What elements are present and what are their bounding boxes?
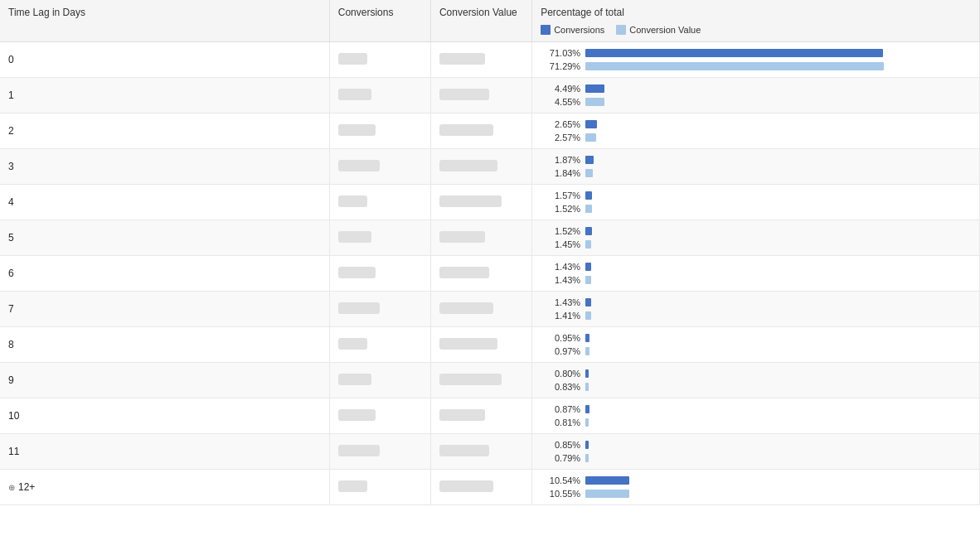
bar-convvalue bbox=[585, 454, 589, 462]
day-label: 11 bbox=[8, 446, 19, 457]
cell-timelag: 0 bbox=[0, 42, 329, 78]
pct-conv-label: 1.43% bbox=[541, 262, 580, 272]
pct-row-conversions: 4.49% bbox=[541, 83, 971, 94]
pct-conv-label: 1.57% bbox=[541, 191, 580, 200]
bar-convvalue bbox=[585, 205, 592, 213]
bar-convvalue bbox=[585, 276, 591, 284]
convvalue-value bbox=[439, 124, 493, 136]
pct-label-group: 0.80% 0.83% bbox=[541, 368, 971, 393]
convvalue-value bbox=[439, 338, 497, 350]
convvalue-value bbox=[439, 231, 485, 243]
cell-conversions bbox=[329, 220, 430, 256]
pct-val-label: 10.55% bbox=[541, 489, 580, 499]
pct-row-convvalue: 0.79% bbox=[541, 452, 971, 464]
cell-convvalue bbox=[430, 292, 531, 327]
pct-label-group: 2.65% 2.57% bbox=[541, 118, 971, 143]
pct-val-label: 1.52% bbox=[541, 204, 580, 214]
bar-conversions bbox=[585, 263, 591, 271]
table-body: 0 71.03% 71.29% bbox=[0, 42, 980, 505]
cell-percentage: 4.49% 4.55% bbox=[532, 78, 980, 113]
conversions-value bbox=[338, 338, 367, 350]
bar-convvalue bbox=[585, 490, 629, 498]
pct-label-group: 71.03% 71.29% bbox=[541, 47, 971, 72]
bar-track-convvalue bbox=[585, 62, 971, 70]
pct-val-label: 1.41% bbox=[541, 311, 580, 321]
pct-row-conversions: 1.87% bbox=[541, 154, 971, 166]
pct-conv-label: 10.54% bbox=[541, 475, 580, 485]
header-convvalue: Conversion Value bbox=[430, 0, 531, 42]
cell-conversions bbox=[329, 363, 430, 398]
cell-timelag: 6 bbox=[0, 256, 329, 292]
cell-conversions bbox=[329, 398, 430, 434]
bar-track-conversions bbox=[585, 263, 971, 271]
conversions-value bbox=[338, 53, 367, 65]
table-row: 9 0.80% 0.83% bbox=[0, 363, 980, 398]
pct-label-group: 0.95% 0.97% bbox=[541, 332, 971, 357]
day-label: 7 bbox=[8, 303, 14, 315]
day-label: 10 bbox=[8, 410, 19, 422]
day-label: 1 bbox=[8, 89, 14, 101]
cell-timelag: 9 bbox=[0, 363, 329, 398]
bar-conversions bbox=[585, 156, 593, 164]
pct-row-conversions: 1.43% bbox=[541, 297, 971, 308]
bar-track-conversions bbox=[585, 120, 971, 128]
day-label: 0 bbox=[8, 54, 14, 65]
cell-percentage: 0.85% 0.79% bbox=[532, 434, 980, 470]
table-row: 10 0.87% 0.81% bbox=[0, 398, 980, 434]
day-label: 8 bbox=[8, 339, 14, 350]
pct-row-conversions: 71.03% bbox=[541, 47, 971, 59]
table-row: 4 1.57% 1.52% bbox=[0, 185, 980, 220]
cell-convvalue bbox=[430, 149, 531, 185]
pct-label-group: 0.87% 0.81% bbox=[541, 403, 971, 428]
day-label: 9 bbox=[8, 374, 14, 386]
bar-track-conversions bbox=[585, 369, 971, 378]
pct-row-conversions: 1.52% bbox=[541, 225, 971, 237]
bar-track-conversions bbox=[585, 227, 971, 235]
cell-convvalue bbox=[430, 42, 531, 78]
cell-convvalue bbox=[430, 434, 531, 470]
bar-track-convvalue bbox=[585, 276, 971, 284]
cell-conversions bbox=[329, 292, 430, 327]
table-row: 6 1.43% 1.43% bbox=[0, 256, 980, 292]
conversions-value bbox=[338, 302, 380, 314]
cell-timelag: 2 bbox=[0, 113, 329, 149]
bar-conversions bbox=[585, 49, 883, 57]
pct-row-conversions: 1.43% bbox=[541, 261, 971, 273]
pct-val-label: 1.45% bbox=[541, 239, 580, 249]
legend-conversions: Conversions bbox=[541, 25, 604, 35]
chart-legend: Conversions Conversion Value bbox=[541, 25, 971, 35]
pct-row-convvalue: 1.43% bbox=[541, 274, 971, 286]
pct-conv-label: 0.87% bbox=[541, 404, 580, 414]
bar-conversions bbox=[585, 120, 596, 128]
bar-track-convvalue bbox=[585, 133, 971, 142]
convvalue-value bbox=[439, 374, 502, 385]
bar-track-conversions bbox=[585, 156, 971, 164]
pct-row-conversions: 2.65% bbox=[541, 118, 971, 130]
cell-percentage: 10.54% 10.55% bbox=[532, 470, 980, 505]
pct-row-convvalue: 1.84% bbox=[541, 167, 971, 179]
table-row: 5 1.52% 1.45% bbox=[0, 220, 980, 256]
convvalue-value bbox=[439, 267, 489, 278]
table-row: 0 71.03% 71.29% bbox=[0, 42, 980, 78]
pct-row-conversions: 1.57% bbox=[541, 190, 971, 201]
cell-timelag: 3 bbox=[0, 149, 329, 185]
conversions-value bbox=[338, 195, 367, 207]
cell-convvalue bbox=[430, 113, 531, 149]
bar-track-conversions bbox=[585, 334, 971, 342]
convvalue-value bbox=[439, 302, 493, 314]
pct-val-label: 0.97% bbox=[541, 346, 580, 356]
pct-row-convvalue: 4.55% bbox=[541, 96, 971, 108]
convvalue-value bbox=[439, 409, 485, 421]
pct-val-label: 0.81% bbox=[541, 417, 580, 427]
pct-val-label: 1.84% bbox=[541, 168, 580, 178]
cell-conversions bbox=[329, 327, 430, 363]
day-label: 4 bbox=[8, 196, 14, 208]
conversions-value bbox=[338, 231, 371, 243]
pct-conv-label: 0.80% bbox=[541, 369, 580, 379]
conversions-value bbox=[338, 409, 376, 421]
expand-icon[interactable]: ⊕ bbox=[8, 483, 15, 492]
bar-track-convvalue bbox=[585, 205, 971, 213]
pct-val-label: 71.29% bbox=[541, 61, 580, 71]
cell-timelag: 8 bbox=[0, 327, 329, 363]
bar-track-convvalue bbox=[585, 311, 971, 320]
